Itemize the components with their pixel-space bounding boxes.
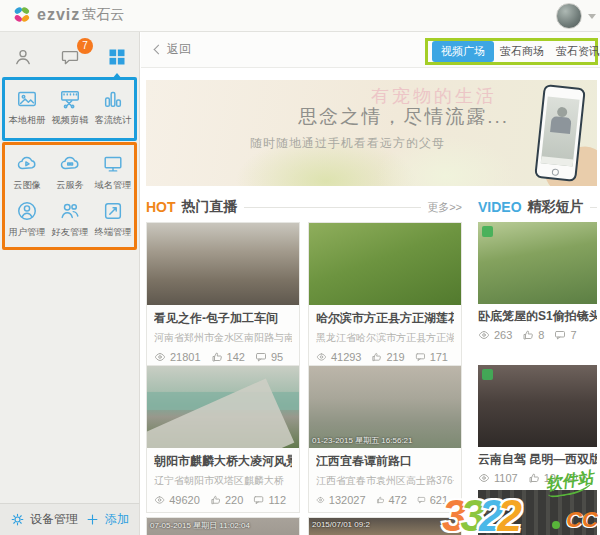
- logo-text-cn: 萤石云: [82, 6, 124, 24]
- views-icon: [316, 351, 327, 363]
- gear-icon: [10, 512, 25, 527]
- live-card[interactable]: 哈尔滨市方正县方正湖莲花池 黑龙江省哈尔滨市方正县方正湖 41293 219 1…: [308, 222, 462, 370]
- live-location: 河南省郑州市金水区南阳路与南丰街..: [154, 331, 292, 345]
- likes-icon: [210, 494, 221, 506]
- banner-subline: 随时随地通过手机看看远方的父母: [250, 135, 445, 152]
- thumb-badge: [482, 226, 493, 237]
- live-title: 哈尔滨市方正县方正湖莲花池: [316, 310, 454, 327]
- live-stats: 21801 142 95: [154, 351, 292, 363]
- thumbnail-timestamp: 2015/07/01 09:2: [312, 520, 370, 529]
- video-thumbnail: [478, 222, 597, 304]
- likes-icon: [376, 494, 385, 506]
- comments-icon: [415, 351, 426, 363]
- live-thumbnail: [309, 223, 461, 305]
- live-card[interactable]: 看见之作-包子加工车间 河南省郑州市金水区南阳路与南丰街.. 21801 142…: [146, 222, 300, 370]
- sidebar-item-friends-manage[interactable]: 好友管理: [48, 196, 91, 243]
- live-title: 朝阳市麒麟大桥大凌河风景区: [154, 453, 292, 470]
- live-thumbnail: [147, 223, 299, 305]
- user-menu-chevron-icon[interactable]: [588, 14, 596, 19]
- green-highlight-box: 视频广场 萤石商场 萤石资讯: [425, 38, 598, 65]
- more-link[interactable]: 更多>>: [427, 200, 462, 215]
- live-location: 辽宁省朝阳市双塔区麒麟大桥: [154, 474, 292, 488]
- views-icon: [154, 494, 165, 506]
- live-location: 黑龙江省哈尔滨市方正县方正湖: [316, 331, 454, 345]
- plus-icon: [85, 512, 100, 527]
- sidebar: 7 本地相册: [0, 32, 140, 503]
- live-card[interactable]: 01-23-2015 星期五 16:56:21 江西宜春谭前路口 江西省宜春市袁…: [308, 365, 462, 513]
- live-card-partial[interactable]: 07-05-2015 星期日 11:02:04: [146, 517, 300, 535]
- video-stats: 263 8 7: [478, 329, 597, 341]
- live-card-partial[interactable]: 2015/07/01 09:2: [308, 517, 462, 535]
- message-count-badge: 7: [77, 38, 93, 54]
- terminal-pencil-icon: [102, 200, 124, 222]
- live-title: 看见之作-包子加工车间: [154, 310, 292, 327]
- comments-icon: [253, 494, 264, 506]
- tab-video-plaza[interactable]: 视频广场: [432, 41, 494, 62]
- phone-screen: [541, 97, 580, 167]
- likes-icon: [211, 351, 223, 363]
- hot-section-header: HOT 热门直播 更多>>: [146, 198, 462, 216]
- live-thumbnail: 01-23-2015 星期五 16:56:21: [309, 366, 461, 448]
- sidebar-item-user-manage[interactable]: 用户管理: [5, 196, 48, 243]
- sidebar-item-local-album[interactable]: 本地相册: [5, 84, 48, 131]
- cloud-play-icon: [16, 153, 38, 175]
- device-bottom-bar: 设备管理 添加: [0, 503, 140, 535]
- video-card-partial[interactable]: [478, 490, 597, 535]
- device-manage-button[interactable]: 设备管理: [10, 511, 78, 528]
- comments-icon: [554, 329, 566, 341]
- thumbnail-timestamp: 07-05-2015 星期日 11:02:04: [150, 520, 250, 531]
- video-card[interactable]: 云南自驾 昆明—西双版纳 1107 10 6: [478, 365, 597, 484]
- sidebar-item-visitor-stats[interactable]: 客流统计: [91, 84, 134, 131]
- likes-icon: [371, 351, 382, 363]
- sidebar-item-cloud-service[interactable]: 云服务: [48, 149, 91, 196]
- live-stats: 132027 472 621: [316, 494, 454, 506]
- sidebar-item-video-clip[interactable]: 视频剪辑: [48, 84, 91, 131]
- back-label: 返回: [167, 41, 191, 58]
- bar-chart-icon: [102, 88, 124, 110]
- views-icon: [478, 329, 490, 341]
- messages-icon[interactable]: 7: [57, 44, 83, 70]
- hot-tag: HOT: [146, 199, 176, 215]
- apps-grid-icon[interactable]: [104, 44, 130, 70]
- back-chevron-icon: [154, 45, 164, 55]
- thumb-badge: [482, 369, 493, 380]
- tab-ezviz-mall[interactable]: 萤石商场: [494, 44, 550, 59]
- views-icon: [316, 494, 325, 506]
- thumbnail-timestamp: 01-23-2015 星期五 16:56:21: [312, 435, 413, 446]
- thumb-road-decor: [147, 378, 294, 448]
- sidebar-item-terminal-manage[interactable]: 终端管理: [91, 196, 134, 243]
- back-button[interactable]: 返回: [155, 41, 191, 58]
- video-card[interactable]: 卧底笼屋的S1偷拍镜头发酵 263 8 7: [478, 222, 597, 341]
- video-thumbnail: [478, 365, 597, 447]
- user-avatar[interactable]: [556, 3, 582, 29]
- tab-ezviz-news[interactable]: 萤石资讯: [550, 44, 600, 59]
- cloud-service-icon: [59, 153, 81, 175]
- photo-icon: [16, 88, 38, 110]
- add-device-button[interactable]: 添加: [85, 511, 129, 528]
- app-window: ezviz 萤石云 7: [0, 0, 600, 535]
- video-tag: VIDEO: [478, 199, 522, 215]
- topbar: ezviz 萤石云: [0, 0, 600, 32]
- sidebar-item-domain-manage[interactable]: 域名管理: [91, 149, 134, 196]
- live-card[interactable]: 朝阳市麒麟大桥大凌河风景区 辽宁省朝阳市双塔区麒麟大桥 49620 220 11…: [146, 365, 300, 513]
- film-scissors-icon: [59, 88, 81, 110]
- video-section-header: VIDEO 精彩短片: [478, 198, 597, 216]
- video-card-title: 卧底笼屋的S1偷拍镜头发酵: [478, 308, 597, 325]
- live-title: 江西宜春谭前路口: [316, 453, 454, 470]
- divider: [590, 207, 597, 208]
- sidebar-item-cloud-images[interactable]: 云图像: [5, 149, 48, 196]
- contacts-icon[interactable]: [10, 44, 36, 70]
- promo-banner[interactable]: 有宠物的生活 思念之情，尽情流露... 随时随地通过手机看看远方的父母: [146, 80, 597, 186]
- tools-group-media: 本地相册 视频剪辑 客流统计: [5, 84, 135, 131]
- likes-icon: [522, 329, 534, 341]
- live-stats: 49620 220 112: [154, 494, 292, 506]
- divider: [244, 207, 422, 208]
- likes-icon: [528, 472, 540, 484]
- video-stats: 1107 10 6: [478, 472, 597, 484]
- banner-headline: 思念之情，尽情流露...: [298, 104, 509, 130]
- ezviz-pinwheel-icon: [12, 5, 31, 24]
- live-thumbnail: [147, 366, 299, 448]
- tools-group-management: 云图像 云服务 域名管理 用户管理: [5, 149, 135, 243]
- main-nav: 返回 视频广场 萤石商场 萤石资讯: [141, 32, 600, 68]
- monitor-icon: [102, 153, 124, 175]
